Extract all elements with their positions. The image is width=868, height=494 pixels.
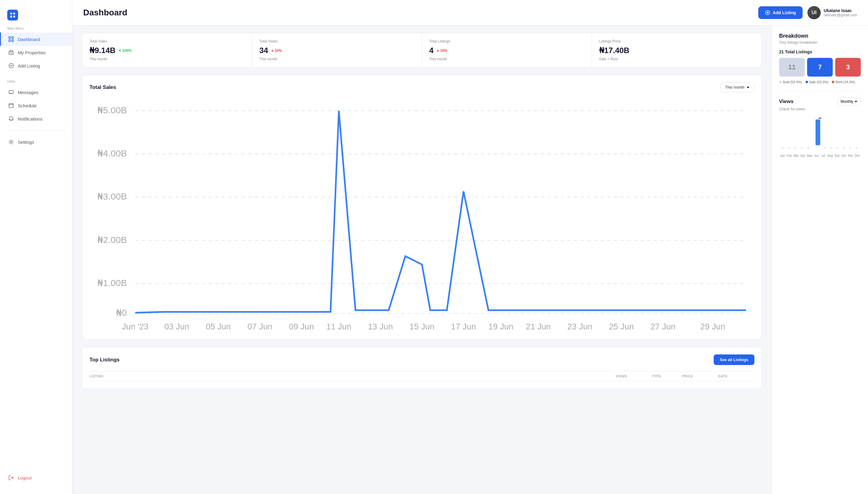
stat-total-sales-sublabel: This month [90,57,245,61]
svg-text:0: 0 [856,147,857,150]
stat-total-listings-value: 4 [429,46,433,55]
svg-rect-5 [12,37,14,39]
sidebar-divider [7,130,65,131]
add-listing-icon [8,63,14,69]
sidebar-item-schedule-label: Schedule [18,103,37,108]
content-left: Total Sales ₦9.14B 100% This month Total… [72,26,772,494]
right-panel-divider [779,91,861,91]
total-sales-chart-section: Total Sales This month ₦5.00B ₦4.00B ₦3.… [82,75,762,340]
svg-rect-0 [10,13,12,15]
sidebar-item-settings[interactable]: Settings [0,135,72,149]
svg-text:₦2.00B: ₦2.00B [97,235,127,245]
svg-rect-6 [9,40,11,42]
svg-text:13 Jun: 13 Jun [368,322,393,331]
main-menu-label: Main Menu [0,26,72,30]
user-email: uktisaac@gmail.com [824,13,857,17]
breakdown-bar-rent: 3 [835,58,861,77]
sidebar-item-logout-label: Logout [18,475,32,480]
content-right: Breakdown Your listings breakdown 21 Tot… [772,26,868,494]
messages-icon [8,89,14,95]
bar-label-feb: Feb [786,154,793,157]
user-name: Ukatane Isaac [824,8,857,13]
sidebar: Main Menu Dashboard My Properties [0,0,72,494]
svg-text:09 Jun: 09 Jun [289,322,314,331]
bar-label-jun: Jun [813,154,820,157]
top-listings-section: Top Listings See all Listings LISTING VI… [82,347,762,389]
main-content: Dashboard Add Listing UI Ukatane Isaac u… [72,0,868,494]
top-listings-title: Top Listings [90,357,120,363]
sidebar-item-schedule[interactable]: Schedule [0,99,72,112]
chevron-down-icon [746,86,750,89]
views-period-dropdown[interactable]: Monthly [837,97,861,106]
bar-label-aug: Aug [827,154,834,157]
breakdown-total: 21 Total Listings [779,50,861,54]
legend-sold: Sold (52.4%) [779,80,802,84]
stat-listings-price: Listings Price ₦17.40B Sale + Rent [592,33,762,67]
breakdown-title: Breakdown [779,33,861,39]
bar-label-may: May [806,154,813,157]
stat-total-views-sublabel: This month [259,57,415,61]
sidebar-item-logout[interactable]: Logout [0,471,72,484]
svg-text:0: 0 [843,147,845,150]
svg-rect-2 [10,16,12,18]
sidebar-item-notifications[interactable]: Notifications [0,112,72,126]
sidebar-item-messages-label: Messages [18,90,38,95]
svg-text:₦1.00B: ₦1.00B [97,278,127,288]
breakdown-legend: Sold (52.4%) Sale (33.3%) Rent (14.3%) [779,80,861,84]
stat-total-listings-sublabel: This month [429,57,584,61]
sidebar-item-my-properties-label: My Properties [18,50,46,55]
legend-rent: Rent (14.3%) [832,80,855,84]
sidebar-item-settings-label: Settings [18,139,34,145]
chart-title: Total Sales [90,84,116,91]
svg-rect-12 [9,104,14,108]
breakdown-subtitle: Your listings breakdown [779,40,861,44]
content-area: Total Sales ₦9.14B 100% This month Total… [72,26,868,494]
sidebar-item-dashboard[interactable]: Dashboard [0,33,72,46]
arrow-up-icon [118,49,121,52]
bar-label-oct: Oct [840,154,847,157]
svg-text:34: 34 [818,117,822,120]
avatar: UI [807,6,821,19]
svg-text:07 Jun: 07 Jun [247,322,272,331]
stat-total-sales-badge: 100% [118,49,131,53]
sidebar-item-notifications-label: Notifications [18,116,42,121]
sidebar-item-messages[interactable]: Messages [0,86,72,99]
stat-total-views-badge: 10% [271,49,282,53]
utility-label: Utility [0,80,72,83]
user-info: UI Ukatane Isaac uktisaac@gmail.com [807,6,857,19]
see-all-listings-button[interactable]: See all Listings [714,355,754,365]
bar-label-jul: Jul [820,154,827,157]
sidebar-item-add-listing[interactable]: Add Listing [0,59,72,72]
sidebar-item-add-listing-label: Add Listing [18,63,40,69]
views-chart-svg: 34 [779,116,861,151]
bar-label-jan: Jan [779,154,786,157]
svg-text:0: 0 [830,147,831,150]
col-views: VIEWS [616,374,652,378]
add-listing-button[interactable]: Add Listing [758,6,803,19]
add-listing-btn-icon [765,10,770,15]
stats-grid: Total Sales ₦9.14B 100% This month Total… [82,33,762,68]
svg-text:17 Jun: 17 Jun [451,322,476,331]
svg-text:27 Jun: 27 Jun [650,322,675,331]
sidebar-bottom: Logout [0,471,72,484]
svg-text:0: 0 [795,147,796,150]
svg-rect-1 [13,13,15,15]
stat-total-views-value: 34 [259,46,268,55]
svg-text:Jun '23: Jun '23 [122,322,149,331]
svg-text:11 Jun: 11 Jun [326,322,351,331]
svg-text:₦5.00B: ₦5.00B [97,105,127,115]
stat-total-listings: Total Listings 4 10% This month [422,33,592,67]
logo-icon [9,12,16,18]
chart-period-dropdown[interactable]: This month [721,82,754,92]
sidebar-item-dashboard-label: Dashboard [18,37,40,42]
sidebar-item-my-properties[interactable]: My Properties [0,46,72,59]
bar-label-dec: Dec [854,154,861,157]
svg-text:0: 0 [788,147,790,150]
svg-text:₦0: ₦0 [116,308,127,318]
breakdown-section: Breakdown Your listings breakdown 21 Tot… [779,33,861,84]
col-date: DATE [718,374,754,378]
svg-text:0: 0 [782,147,783,150]
svg-text:19 Jun: 19 Jun [488,322,514,331]
svg-text:15 Jun: 15 Jun [410,322,435,331]
notifications-icon [8,116,14,122]
